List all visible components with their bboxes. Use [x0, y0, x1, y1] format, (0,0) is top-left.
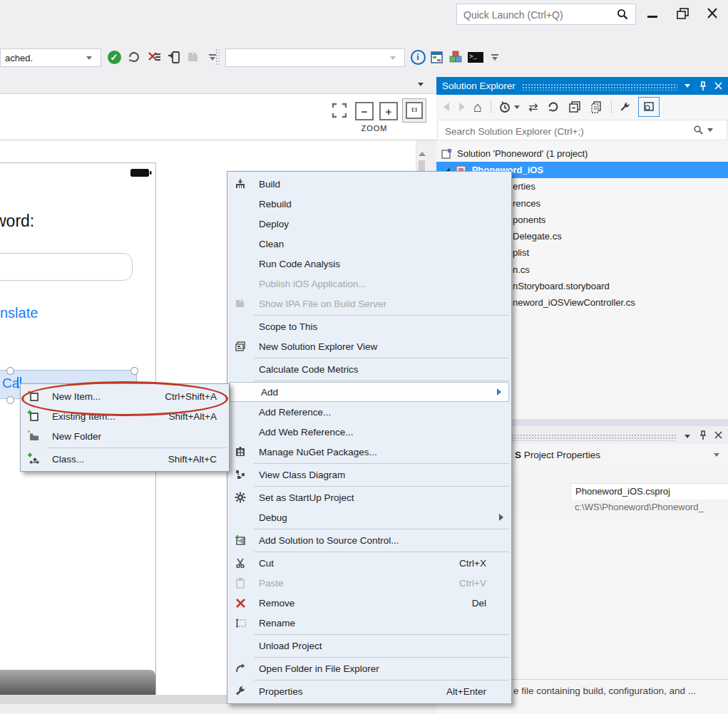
- zoom-out-button[interactable]: −: [355, 102, 374, 120]
- menu-item-set-as-startup-project[interactable]: Set as StartUp Project: [228, 487, 511, 507]
- restore-button[interactable]: [672, 6, 693, 21]
- menu-item-debug[interactable]: Debug: [228, 507, 511, 527]
- menu-separator: [47, 447, 227, 448]
- tree-item-fragment[interactable]: n.cs: [513, 264, 530, 275]
- device-connected-icon[interactable]: ✓: [106, 49, 122, 65]
- quick-launch-box[interactable]: [456, 4, 636, 25]
- solution-explorer-titlebar[interactable]: Solution Explorer: [436, 77, 728, 95]
- tree-item-fragment[interactable]: Delegate.cs: [513, 231, 562, 242]
- close-icon[interactable]: [714, 82, 722, 90]
- menu-item-view-class-diagram[interactable]: View Class Diagram: [228, 465, 511, 485]
- menu-separator: [254, 315, 509, 316]
- window-position-icon[interactable]: [685, 84, 690, 88]
- zoom-fit-icon[interactable]: [331, 102, 348, 119]
- menu-separator: [254, 463, 509, 464]
- packages-cubes-icon[interactable]: [448, 49, 463, 65]
- collapse-all-icon[interactable]: [568, 100, 581, 113]
- tree-item-fragment[interactable]: ponents: [513, 214, 545, 225]
- forward-icon[interactable]: [459, 103, 465, 111]
- info-icon[interactable]: i: [410, 49, 426, 65]
- remove-icon: [228, 598, 252, 609]
- tree-row-solution[interactable]: Solution 'Phoneword' (1 project): [436, 145, 728, 162]
- menu-item-add-web-reference[interactable]: Add Web Reference...: [228, 422, 511, 442]
- menu-item-manage-nuget-packages[interactable]: Manage NuGet Packages...: [228, 442, 511, 462]
- menu-item-calculate-code-metrics[interactable]: Calculate Code Metrics: [228, 359, 511, 379]
- sync-with-active-document-icon[interactable]: ⇄: [528, 100, 538, 114]
- minimize-button[interactable]: [642, 6, 663, 21]
- tree-item-fragment[interactable]: erties: [513, 181, 535, 192]
- close-icon[interactable]: [714, 431, 722, 439]
- submenu-arrow-icon: [497, 388, 501, 395]
- menu-item-new-folder[interactable]: New Folder: [21, 426, 228, 446]
- menu-item-clean[interactable]: Clean: [228, 234, 511, 254]
- solution-explorer-search-input[interactable]: [444, 125, 682, 138]
- solution-explorer-search[interactable]: [437, 120, 727, 140]
- zoom-one-to-one-button[interactable]: I:I: [402, 98, 426, 123]
- home-icon[interactable]: ⌂: [473, 100, 482, 113]
- device-sync-icon[interactable]: [166, 49, 182, 65]
- device-log-icon[interactable]: [429, 49, 444, 65]
- phone-number-textfield[interactable]: [0, 253, 133, 281]
- menu-separator: [254, 657, 509, 658]
- menu-separator: [254, 486, 509, 487]
- tree-item-fragment[interactable]: neword_iOSViewController.cs: [513, 297, 635, 308]
- pin-icon[interactable]: [699, 430, 707, 440]
- tree-item-fragment[interactable]: plist: [513, 247, 529, 258]
- menu-item-properties[interactable]: Properties Alt+Enter: [228, 681, 511, 701]
- menu-item-add-reference[interactable]: Add Reference...: [228, 402, 511, 422]
- preview-selected-items-button[interactable]: [638, 97, 660, 117]
- property-value-cell[interactable]: Phoneword_iOS.csproj: [570, 483, 728, 500]
- menu-item-add-solution-to-source-control[interactable]: Add Solution to Source Control...: [228, 530, 511, 550]
- menu-item-rebuild[interactable]: Rebuild: [228, 194, 511, 214]
- selection-handle[interactable]: [130, 367, 138, 375]
- pin-icon[interactable]: [699, 81, 707, 91]
- pending-changes-filter-icon[interactable]: [498, 100, 511, 113]
- properties-wrench-icon[interactable]: [619, 101, 631, 113]
- menu-item-add[interactable]: Add: [230, 382, 509, 402]
- toolbar-grip[interactable]: [215, 48, 220, 66]
- selection-handle[interactable]: [6, 396, 14, 404]
- menu-item-show-ipa-file: Show IPA File on Build Server: [228, 294, 511, 314]
- debug-target-combo-input[interactable]: [4, 50, 83, 66]
- property-description-fragment: e file containing build, configuration, …: [513, 685, 724, 696]
- refresh-connection-icon[interactable]: [126, 49, 142, 65]
- back-icon[interactable]: [444, 103, 449, 111]
- menu-item-cut[interactable]: Cut Ctrl+X: [228, 553, 511, 573]
- preview-selected-items-icon: [642, 100, 655, 113]
- toolbar-overflow-icon[interactable]: [487, 49, 503, 65]
- menu-item-run-code-analysis[interactable]: Run Code Analysis: [228, 254, 511, 274]
- menu-item-rename[interactable]: Rename: [228, 613, 511, 633]
- console-icon[interactable]: >_: [468, 49, 483, 65]
- tree-item-fragment[interactable]: rences: [513, 198, 540, 209]
- menu-item-scope-to-this[interactable]: Scope to This: [228, 316, 511, 336]
- scrollbar-up-arrow[interactable]: [419, 152, 426, 156]
- search-options-caret-icon[interactable]: [707, 128, 713, 132]
- tree-item-fragment[interactable]: nStoryboard.storyboard: [513, 281, 610, 291]
- refresh-icon[interactable]: [547, 100, 560, 113]
- menu-separator: [254, 381, 509, 381]
- disconnect-icon[interactable]: [146, 49, 162, 65]
- build-config-combo[interactable]: [225, 48, 405, 67]
- close-button[interactable]: [702, 6, 723, 21]
- menu-item-new-solution-explorer-view[interactable]: New Solution Explorer View: [228, 336, 511, 356]
- show-all-files-icon[interactable]: [590, 100, 603, 113]
- translate-button-fragment[interactable]: nslate: [0, 305, 38, 321]
- document-dropdown-icon[interactable]: [416, 80, 426, 90]
- menu-item-open-folder-in-file-explorer[interactable]: Open Folder in File Explorer: [228, 658, 511, 678]
- window-position-icon[interactable]: [685, 435, 690, 438]
- submenu-arrow-icon: [499, 514, 503, 521]
- build-config-combo-input[interactable]: [229, 50, 387, 66]
- tree-item-label: Solution 'Phoneword' (1 project): [457, 148, 588, 159]
- menu-item-deploy[interactable]: Deploy: [228, 214, 511, 234]
- selection-handle[interactable]: [6, 367, 14, 375]
- zoom-in-button[interactable]: +: [379, 102, 398, 120]
- menu-item-remove[interactable]: Remove Del: [228, 593, 511, 613]
- menu-item-unload-project[interactable]: Unload Project: [228, 636, 511, 656]
- debug-target-combo[interactable]: [0, 48, 101, 67]
- properties-combo-label: Project Properties: [521, 450, 600, 460]
- quick-launch-input[interactable]: [462, 6, 615, 24]
- nuget-icon: [228, 446, 252, 457]
- filter-dropdown-icon[interactable]: [514, 105, 520, 109]
- menu-item-build[interactable]: Build: [228, 174, 511, 194]
- menu-item-class[interactable]: Class... Shift+Alt+C: [21, 449, 228, 469]
